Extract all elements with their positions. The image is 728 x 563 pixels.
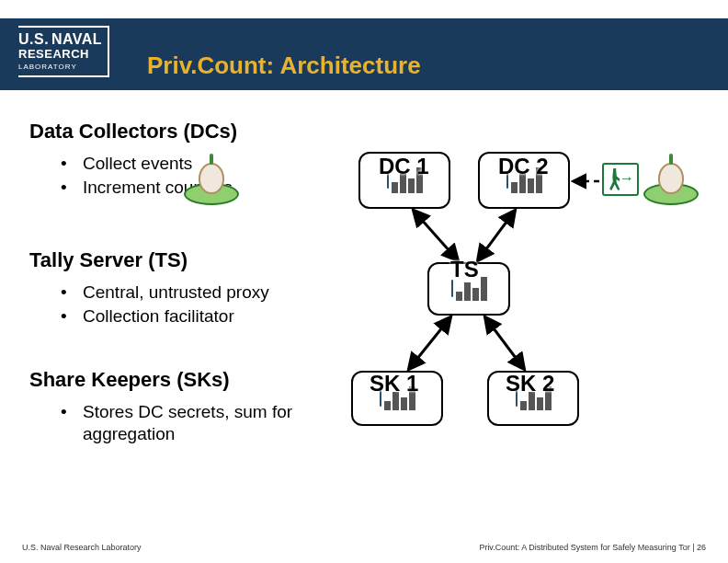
svg-line-4 [409,317,450,369]
node-label-dc2: DC 2 [498,154,549,179]
node-label-sk2: SK 2 [506,371,554,396]
bullet-list: •Central, untrusted proxy •Collection fa… [57,282,379,327]
svg-line-3 [478,211,515,260]
section-title: Data Collectors (DCs) [29,120,360,144]
page-number: 26 [697,543,706,552]
logo-text: LABORATORY [18,63,77,71]
bullet-item: •Stores DC secrets, sum for aggregation [57,401,379,445]
bullet-text: Collection facilitator [83,305,234,327]
section-title: Share Keepers (SKs) [29,368,379,392]
section-share-keepers: Share Keepers (SKs) •Stores DC secrets, … [29,368,379,467]
exit-relay-icon [602,163,639,196]
bullet-text: Collect events [83,153,192,175]
header: U.S. NAVAL RESEARCH LABORATORY Priv.Coun… [0,0,728,92]
logo-text: U.S. [18,31,49,47]
bullet-text: Stores DC secrets, sum for aggregation [83,401,379,445]
onion-relay-icon [643,159,699,205]
architecture-diagram: DC 1 DC 2 TS SK 1 SK 2 [358,143,717,446]
nrl-logo: U.S. NAVAL RESEARCH LABORATORY [18,26,109,77]
section-tally-server: Tally Server (TS) •Central, untrusted pr… [29,248,379,350]
svg-line-5 [485,317,524,369]
bullet-list: •Stores DC secrets, sum for aggregation [57,401,379,445]
node-label-dc1: DC 1 [379,154,429,179]
section-title: Tally Server (TS) [29,248,379,272]
node-label-ts: TS [450,257,479,282]
bullet-item: •Central, untrusted proxy [57,282,379,304]
footer-text: Priv.Count: A Distributed System for Saf… [479,543,697,552]
bullet-item: •Collection facilitator [57,305,379,327]
server-icon [451,281,453,297]
bullet-text: Central, untrusted proxy [83,282,269,304]
footer-right: Priv.Count: A Distributed System for Saf… [479,543,706,552]
onion-relay-icon [184,159,239,205]
node-label-sk1: SK 1 [370,371,418,396]
logo-text: NAVAL [51,31,102,47]
svg-line-2 [414,211,458,260]
slide-title: Priv.Count: Architecture [147,52,421,80]
footer-left: U.S. Naval Research Laboratory [22,543,142,552]
logo-text: RESEARCH [18,47,89,61]
